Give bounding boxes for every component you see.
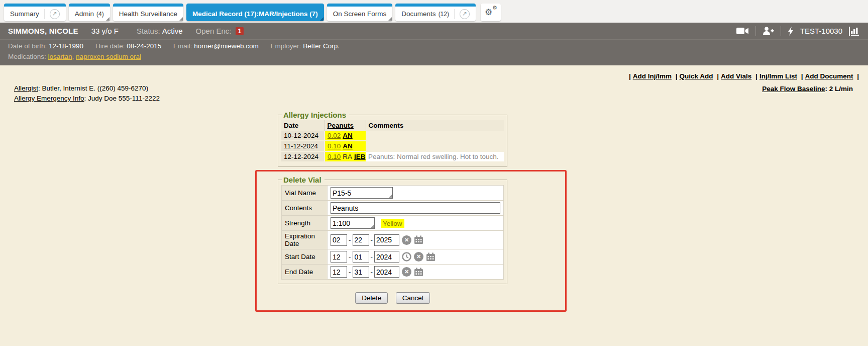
- vial-name-grip: [331, 187, 393, 199]
- allergy-contacts: Allergist: Butler, Internist E. ((260) 4…: [14, 83, 160, 104]
- cancel-button[interactable]: Cancel: [396, 292, 430, 304]
- expiration-calendar-icon[interactable]: [414, 235, 423, 244]
- gear-icon: ⚙: [485, 7, 492, 18]
- start-date-clock-icon[interactable]: [402, 252, 411, 262]
- divider: [781, 26, 781, 36]
- start-year-input[interactable]: [374, 251, 399, 263]
- expiration-date-label: Expiration Date: [282, 231, 328, 249]
- strength-label: Strength: [282, 216, 328, 231]
- medication-link-losartan[interactable]: losartan: [48, 53, 72, 60]
- patient-header: SIMMONS, NICOLE 33 y/o F Status: Active …: [0, 23, 868, 39]
- dose-link[interactable]: 0.10: [328, 142, 341, 150]
- injection-dose-cell: 0.02AN: [324, 131, 366, 141]
- peak-flow-link[interactable]: Peak Flow Baseline: [762, 85, 825, 93]
- status-label: Status:: [137, 27, 160, 35]
- tab-on-screen-forms[interactable]: On Screen Forms: [327, 4, 393, 21]
- allergy-injections-fieldset: Allergy Injections Date Peanuts Comments…: [278, 111, 507, 167]
- action-links-column: |Add Inj/Imm |Quick Add |Add Vials |Inj/…: [627, 72, 861, 104]
- quick-add-link[interactable]: Quick Add: [680, 72, 713, 80]
- chart-icon[interactable]: [849, 27, 860, 36]
- contents-label: Contents: [282, 201, 328, 216]
- allergy-injections-legend: Allergy Injections: [282, 111, 349, 119]
- reaction-code-link[interactable]: IEB: [354, 153, 366, 160]
- end-year-input[interactable]: [374, 266, 399, 278]
- video-camera-icon[interactable]: [736, 27, 749, 35]
- end-date-label: End Date: [282, 265, 328, 280]
- link-separator: |: [627, 72, 633, 80]
- contents-input[interactable]: [331, 202, 500, 214]
- reaction-code-link[interactable]: AN: [343, 132, 353, 139]
- vial-name-label: Vial Name: [282, 186, 328, 201]
- documents-popout-wrap: ↗: [454, 9, 470, 19]
- open-enc-badge[interactable]: 1: [236, 27, 244, 35]
- end-day-input[interactable]: [353, 266, 369, 278]
- injection-date: 11-12-2024: [281, 141, 324, 151]
- red-annotation-box: Delete Vial Vial Name Contents Strength …: [255, 170, 567, 312]
- inj-imm-list-link[interactable]: Inj/Imm List: [759, 72, 797, 80]
- dose-link[interactable]: 0.10: [328, 153, 341, 160]
- summary-popout-wrap: ↗: [44, 9, 60, 19]
- tab-admin-count: (4): [96, 11, 104, 18]
- email-value: horner@mieweb.com: [194, 42, 259, 50]
- employee-id: TEST-10030: [800, 27, 842, 35]
- date-separator: -: [349, 268, 351, 276]
- patient-age-sex: 33 y/o F: [91, 27, 119, 35]
- gear-small-icon: ⚙: [492, 5, 497, 11]
- hire-date-value: 08-24-2015: [127, 42, 161, 50]
- expiration-month-input[interactable]: [331, 234, 347, 246]
- delete-vial-form-table: Vial Name Contents Strength Yellow Expir…: [281, 185, 504, 280]
- popout-icon[interactable]: ↗: [50, 9, 60, 19]
- start-calendar-icon[interactable]: [426, 252, 436, 262]
- strength-input[interactable]: [331, 217, 375, 229]
- dose-link[interactable]: 0.02: [328, 132, 341, 139]
- allergy-emergency-line: Allergy Emergency Info: Judy Doe 555-111…: [14, 94, 160, 104]
- allergist-link[interactable]: Allergist: [14, 84, 38, 92]
- injection-date: 12-12-2024: [281, 151, 324, 162]
- email-label: Email:: [173, 42, 192, 50]
- clear-expiration-date-icon[interactable]: ✕: [402, 235, 411, 245]
- content-top-band: Allergist: Butler, Internist E. ((260) 4…: [0, 65, 868, 104]
- tab-medical-record[interactable]: Medical Record (17):MAR/Injections (7): [186, 4, 324, 21]
- add-vials-link[interactable]: Add Vials: [721, 72, 751, 80]
- medications-label: Medications:: [8, 53, 46, 60]
- expiration-day-input[interactable]: [353, 234, 369, 246]
- clear-end-date-icon[interactable]: ✕: [402, 267, 411, 277]
- divider: [755, 26, 756, 36]
- start-day-input[interactable]: [353, 251, 369, 263]
- add-inj-imm-link[interactable]: Add Inj/Imm: [633, 72, 672, 80]
- expiration-year-input[interactable]: [374, 234, 399, 246]
- start-month-input[interactable]: [331, 251, 347, 263]
- injection-comment: Peanuts: Normal red swelling. Hot to tou…: [366, 151, 504, 162]
- action-links: |Add Inj/Imm |Quick Add |Add Vials |Inj/…: [627, 72, 861, 80]
- open-enc-label: Open Enc:: [196, 27, 232, 35]
- reaction-code-link[interactable]: AN: [343, 142, 353, 150]
- allergy-emergency-link[interactable]: Allergy Emergency Info: [14, 95, 84, 102]
- start-date-label: Start Date: [282, 249, 328, 265]
- popout-icon[interactable]: ↗: [460, 9, 470, 19]
- settings-button[interactable]: ⚙ ⚙: [481, 4, 501, 21]
- tab-summary[interactable]: Summary ↗: [4, 4, 66, 21]
- vial-name-input[interactable]: [331, 187, 393, 199]
- clear-start-date-icon[interactable]: ✕: [414, 252, 423, 262]
- link-separator: |: [674, 72, 680, 80]
- col-header-date: Date: [281, 120, 324, 131]
- peanuts-column-link[interactable]: Peanuts: [328, 122, 354, 129]
- peak-flow-line: Peak Flow Baseline: 2 L/min: [627, 85, 853, 93]
- tab-documents[interactable]: Documents (12) ↗: [395, 4, 476, 21]
- add-document-link[interactable]: Add Document: [805, 72, 853, 80]
- injection-comment: [366, 141, 504, 151]
- end-calendar-icon[interactable]: [414, 268, 423, 277]
- injection-date: 10-12-2024: [281, 131, 324, 141]
- delete-vial-legend: Delete Vial: [282, 176, 324, 184]
- medication-link-naproxen[interactable]: naproxen sodium oral: [76, 53, 141, 60]
- delete-button[interactable]: Delete: [355, 292, 388, 304]
- employer-value: Better Corp.: [303, 42, 340, 50]
- tab-summary-label: Summary: [10, 10, 39, 18]
- tab-health-surveillance[interactable]: Health Surveillance: [113, 4, 183, 21]
- app-screen: Summary ↗ Admin (4) Health Surveillance …: [0, 0, 868, 346]
- end-month-input[interactable]: [331, 266, 347, 278]
- person-add-icon[interactable]: [763, 27, 774, 35]
- tab-admin[interactable]: Admin (4): [69, 4, 110, 21]
- lightning-icon[interactable]: [788, 27, 794, 36]
- injection-dose-cell: 0.10AN: [324, 141, 366, 151]
